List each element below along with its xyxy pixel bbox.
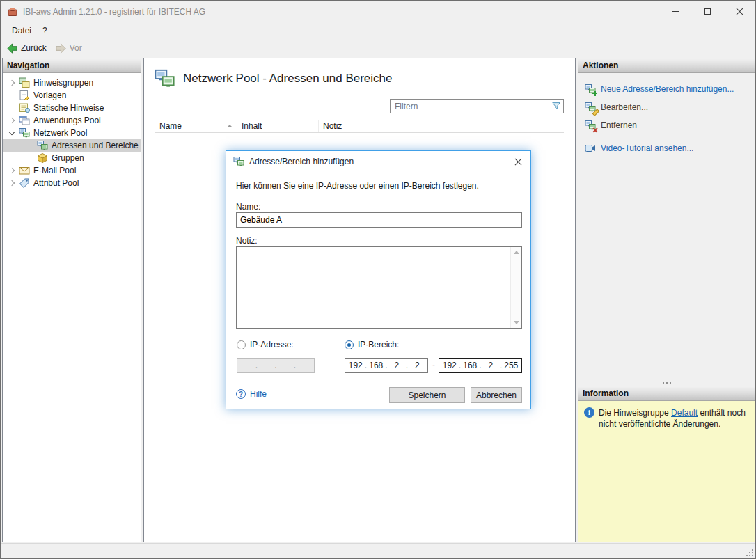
ip-range-from-field[interactable]: 192 . 168 . 2 . 2 (345, 358, 428, 373)
ip-dot: . (292, 361, 298, 370)
action-video-tutorial[interactable]: Video-Tutorial ansehen... (585, 141, 748, 155)
ip-dot: . (363, 361, 369, 370)
save-button[interactable]: Speichern (389, 387, 465, 403)
tree-item-label: Statische Hinweise (33, 103, 104, 113)
network-pool-icon (153, 68, 176, 89)
actions-panel: Aktionen Neue Adresse/Bereich hinzufügen… (578, 58, 755, 542)
network-pool-icon (19, 127, 30, 139)
navigation-header: Navigation (3, 58, 141, 73)
close-button[interactable] (723, 1, 755, 22)
forward-button[interactable]: Vor (55, 42, 82, 54)
tree-item-hinweisgruppen[interactable]: Hinweisgruppen (3, 77, 141, 89)
plus-badge-icon (592, 91, 597, 96)
menu-bar: Datei ? (1, 22, 755, 39)
note-scrollbar[interactable] (510, 247, 521, 328)
ip-range-radio-label: IP-Bereich: (358, 340, 399, 349)
video-tutorial-icon (585, 143, 596, 154)
dialog-title-bar[interactable]: Adresse/Bereich hinzufügen (226, 151, 530, 172)
tree-item-statische-hinweise[interactable]: Statische Hinweise (3, 102, 141, 114)
forward-label: Vor (70, 43, 82, 53)
info-icon (584, 407, 594, 418)
action-label: Bearbeiten... (601, 102, 648, 112)
app-logo-icon (7, 6, 18, 17)
help-link[interactable]: Hilfe (236, 389, 267, 399)
menu-item-datei[interactable]: Datei (6, 24, 37, 38)
title-bar[interactable]: IBI-aws Admin 1.21.0 - registriert für I… (1, 1, 755, 22)
navigation-panel: Navigation Hinweisgruppen Vorlagen Stati… (2, 58, 141, 542)
tree-item-gruppen[interactable]: Gruppen (3, 152, 141, 164)
scroll-up-icon[interactable] (514, 251, 519, 254)
ip-octet: 2 (389, 361, 404, 370)
status-bar (1, 543, 755, 558)
tree-item-anwendungs-pool[interactable]: Anwendungs Pool (3, 114, 141, 127)
tree-item-attribut-pool[interactable]: Attribut Pool (3, 177, 141, 189)
ip-dot: . (384, 361, 389, 370)
column-label: Name (159, 121, 182, 131)
minimize-button[interactable] (659, 1, 691, 22)
note-textarea[interactable] (237, 247, 521, 328)
chevron-down-icon[interactable] (7, 128, 17, 138)
panel-splitter-handle[interactable] (578, 379, 755, 386)
column-header-name[interactable]: Name (155, 120, 237, 132)
filter-input[interactable] (390, 99, 564, 113)
ip-dot: . (498, 361, 504, 370)
window-controls (659, 1, 755, 22)
chevron-right-icon[interactable] (7, 178, 17, 188)
help-icon (236, 389, 246, 399)
ip-address-radio-option[interactable]: IP-Adresse: (237, 340, 294, 349)
chevron-right-icon[interactable] (7, 166, 17, 175)
tree-item-label: E-Mail Pool (33, 166, 76, 175)
table-header: Name Inhalt Notiz (155, 120, 564, 133)
action-label: Entfernen (601, 120, 637, 130)
information-box: Die Hinweisgruppe Default enthält noch n… (578, 401, 755, 542)
radio-unchecked-icon[interactable] (237, 340, 246, 349)
ip-dot: . (254, 361, 260, 370)
note-label: Notiz: (236, 236, 258, 246)
name-input[interactable] (236, 212, 522, 228)
default-group-link[interactable]: Default (671, 408, 698, 418)
tree-item-netzwerk-pool[interactable]: Netzwerk Pool (3, 127, 141, 139)
tree-item-label: Gruppen (52, 153, 84, 163)
ip-range-radio-option[interactable]: IP-Bereich: (345, 340, 399, 349)
static-hints-icon (19, 102, 30, 113)
chevron-placeholder (7, 103, 17, 113)
tree-item-label: Vorlagen (33, 90, 66, 100)
information-message: Die Hinweisgruppe Default enthält noch n… (599, 407, 749, 430)
resize-grip[interactable] (744, 547, 754, 557)
dialog-close-button[interactable] (505, 151, 530, 172)
attribute-pool-icon (19, 178, 30, 189)
chevron-right-icon[interactable] (7, 78, 17, 88)
tree-item-adressen-und-bereiche[interactable]: Adressen und Bereiche (3, 139, 141, 152)
cross-badge-icon (592, 127, 597, 132)
close-icon (736, 8, 743, 15)
back-button[interactable]: Zurück (6, 42, 47, 54)
window-title: IBI-aws Admin 1.21.0 - registriert für I… (23, 7, 205, 17)
chevron-right-icon[interactable] (7, 116, 17, 125)
ip-range-to-field[interactable]: 192 . 168 . 2 . 255 (439, 358, 522, 373)
tree-item-email-pool[interactable]: E-Mail Pool (3, 164, 141, 177)
hint-groups-icon (19, 77, 30, 88)
addresses-ranges-icon (37, 140, 48, 151)
chevron-placeholder (7, 90, 17, 100)
tree-item-vorlagen[interactable]: Vorlagen (3, 89, 141, 102)
action-remove[interactable]: Entfernen (585, 118, 748, 132)
column-header-inhalt[interactable]: Inhalt (237, 120, 319, 132)
action-add-address[interactable]: Neue Adresse/Bereich hinzufügen... (585, 81, 748, 96)
action-edit[interactable]: Bearbeiten... (585, 100, 748, 114)
filter-funnel-icon (551, 101, 561, 111)
remove-address-icon (585, 120, 596, 131)
cancel-button[interactable]: Abbrechen (471, 387, 522, 403)
radio-checked-icon[interactable] (345, 340, 354, 349)
scroll-down-icon[interactable] (514, 321, 519, 324)
ip-octet: 255 (504, 361, 519, 370)
column-label: Inhalt (242, 121, 262, 131)
column-header-notiz[interactable]: Notiz (319, 120, 400, 132)
ip-dot: . (273, 361, 278, 370)
templates-icon (19, 90, 30, 101)
single-ip-field[interactable]: . . . (237, 358, 315, 373)
menu-item-help[interactable]: ? (37, 24, 53, 38)
pencil-badge-icon (592, 109, 597, 114)
ip-octet: 168 (463, 361, 478, 370)
maximize-button[interactable] (691, 1, 723, 22)
chevron-placeholder (25, 153, 35, 163)
